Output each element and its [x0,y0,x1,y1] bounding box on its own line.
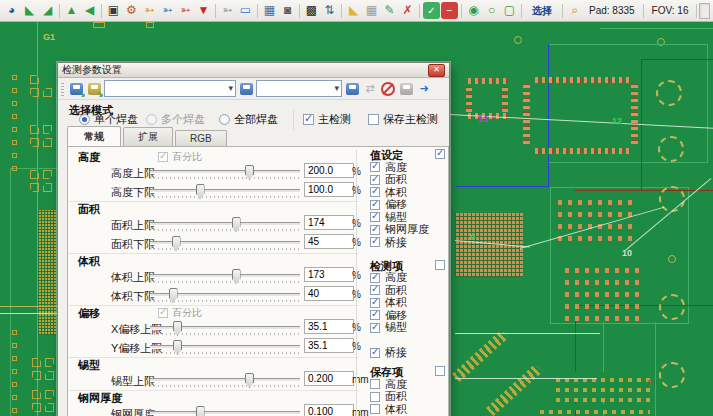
item-checkbox[interactable] [370,285,380,295]
item-checkbox[interactable] [370,200,380,210]
template-load-icon-2[interactable] [344,81,360,97]
save-main-detect-checkbox[interactable]: 保存主检测 [368,112,438,127]
tab-extended[interactable]: 扩展 [123,127,173,146]
main-detect-checkbox[interactable]: 主检测 [303,112,351,127]
item-checkbox[interactable] [370,175,380,185]
close-icon[interactable] [428,64,445,77]
param-value-input[interactable] [304,319,354,334]
dialog-toolbar: ⇄ ➜ [58,78,449,100]
param-slider[interactable] [150,411,300,416]
prev-board-icon[interactable]: ◣ [21,2,38,19]
check-item-桥接[interactable]: 桥接 [361,347,448,360]
param-value-input[interactable] [304,267,354,282]
param-value-input[interactable] [304,182,354,197]
remove-icon[interactable]: − [441,2,458,19]
dialog-titlebar[interactable]: 检测参数设置 [58,63,449,78]
item-checkbox[interactable] [370,392,380,402]
item-checkbox[interactable] [370,212,380,222]
template-combo-2[interactable] [256,80,342,97]
item-checkbox[interactable] [370,273,380,283]
save-main-detect-checkbox-control[interactable] [368,114,379,125]
param-slider[interactable] [150,241,300,250]
pcb-label-12: 12 [612,117,622,126]
rect-select-icon[interactable]: ▭ [237,2,254,19]
image-icon[interactable]: ▣ [105,2,122,19]
record-icon[interactable]: ◉ [465,2,482,19]
main-detect-checkbox-control[interactable] [303,114,314,125]
all-pads-radio[interactable]: 全部焊盘 [219,112,278,127]
param-value-input[interactable] [304,286,354,301]
param-import-icon[interactable] [86,81,102,97]
item-checkbox[interactable] [370,298,380,308]
param-slider[interactable] [150,326,300,335]
tab-rgb[interactable]: RGB [175,130,227,146]
confirm-icon[interactable]: ✓ [423,2,440,19]
cone-icon[interactable]: ◀ [81,2,98,19]
check-item-锡型[interactable]: 锡型 [361,322,448,335]
spi-application-window: ◕◣◢▲◀▣⚙➳➳➳▼➳▭▦◙▩⇅◣▦✎✗✓−◉○▢选择⌕Pad: 8335FO… [0,0,713,416]
next-board-icon[interactable]: ◢ [39,2,56,19]
slider-thumb[interactable] [196,406,205,416]
all-pads-radio-control[interactable] [219,114,230,125]
exit-icon[interactable]: ➜ [416,81,432,97]
single-pad-radio[interactable]: 单个焊盘 [79,112,138,127]
nav-circle-icon[interactable]: ◕ [3,2,20,19]
flag-icon[interactable]: ▲ [63,2,80,19]
param-slider[interactable] [150,378,300,387]
single-pad-radio-control[interactable] [79,114,90,125]
item-checkbox[interactable] [370,162,380,172]
save-icon[interactable] [398,81,414,97]
delete-icon[interactable]: ✗ [399,2,416,19]
item-checkbox[interactable] [370,237,380,247]
measure-icon[interactable]: ✎ [381,2,398,19]
tiles-icon[interactable]: ▩ [303,2,320,19]
item-checkbox[interactable] [370,225,380,235]
item-checkbox[interactable] [370,187,380,197]
param-value-input[interactable] [304,234,354,249]
template-load-icon-1[interactable] [238,81,254,97]
stop-icon[interactable]: ▢ [501,2,518,19]
item-checkbox[interactable] [370,348,380,358]
toolbar-grip[interactable] [61,81,64,96]
section-header: 高度百分比 [68,150,358,163]
tools-icon[interactable]: ⚙ [123,2,140,19]
item-checkbox[interactable] [370,323,380,333]
group-checkbox[interactable] [435,260,445,270]
marker-icon[interactable]: ▼ [195,2,212,19]
param-value-input[interactable] [304,163,354,178]
zoom-icon[interactable]: ⌕ [566,2,583,19]
select-mode-button[interactable]: 选择 [525,4,559,18]
table-icon[interactable]: ▦ [261,2,278,19]
pin-red-icon[interactable]: ➳ [177,2,194,19]
param-slider[interactable] [150,170,300,179]
section-header: 面积 [68,202,358,215]
camera-icon[interactable]: ◙ [279,2,296,19]
param-slider[interactable] [150,189,300,198]
param-value-input[interactable] [304,404,354,416]
param-open-icon[interactable] [68,81,84,97]
param-value-input[interactable] [304,371,354,386]
ruler-icon[interactable]: ◣ [345,2,362,19]
check-item-桥接[interactable]: 桥接 [361,236,448,249]
item-checkbox[interactable] [370,310,380,320]
cancel-icon[interactable] [380,81,396,97]
pin-blue-icon[interactable]: ➳ [159,2,176,19]
pcb-via [12,343,17,348]
sort-az-icon[interactable]: ⇅ [321,2,338,19]
template-combo-1[interactable] [104,80,236,97]
pin-grey-icon[interactable]: ➳ [219,2,236,19]
param-slider[interactable] [150,222,300,231]
item-checkbox[interactable] [370,404,380,414]
grid-icon[interactable]: ▦ [363,2,380,19]
param-value-input[interactable] [304,215,354,230]
param-value-input[interactable] [304,338,354,353]
param-slider[interactable] [150,274,300,283]
param-slider[interactable] [150,293,300,302]
pin-orange-icon[interactable]: ➳ [141,2,158,19]
circle-icon[interactable]: ○ [483,2,500,19]
group-checkbox[interactable] [435,366,445,376]
group-checkbox[interactable] [435,149,445,159]
tab-general[interactable]: 常规 [67,126,121,147]
item-checkbox[interactable] [370,379,380,389]
param-slider[interactable] [150,345,300,354]
